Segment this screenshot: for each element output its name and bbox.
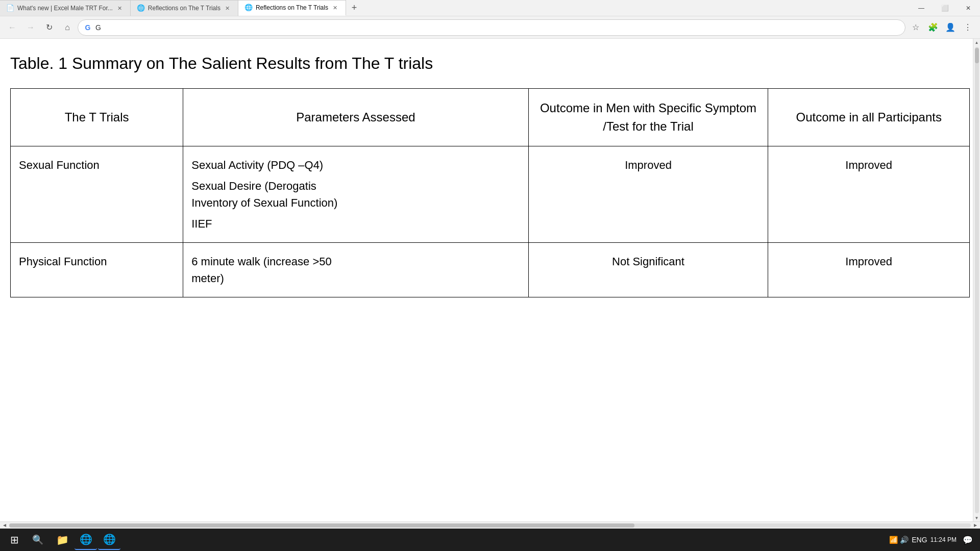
refresh-button[interactable]: ↻ bbox=[41, 19, 57, 36]
scrollbar-track[interactable] bbox=[9, 523, 971, 528]
row2-col3: Not Significant bbox=[528, 243, 768, 297]
menu-button[interactable]: ⋮ bbox=[960, 19, 976, 36]
edge-icon: 🌐 bbox=[80, 533, 92, 545]
row2-col2: 6 minute walk (increase >50 meter) bbox=[183, 243, 528, 297]
tab1-close-button[interactable]: ✕ bbox=[116, 4, 124, 12]
horizontal-scrollbar[interactable]: ◀ ▶ bbox=[0, 521, 980, 529]
taskbar: ⊞ 🔍 📁 🌐 🌐 📶 🔊 ENG 11:24 PM 💬 bbox=[0, 529, 980, 551]
close-button[interactable]: ✕ bbox=[957, 0, 980, 16]
tab1-label: What's new | Excel Male TRT For... bbox=[17, 5, 113, 12]
browser-tab-1[interactable]: 📄 What's new | Excel Male TRT For... ✕ bbox=[0, 0, 131, 16]
row1-col2: Sexual Activity (PDQ –Q4) Sexual Desire … bbox=[183, 146, 528, 243]
col3-header: Outcome in Men with Specific Symptom /Te… bbox=[528, 89, 768, 146]
page-title: Table. 1 Summary on The Salient Results … bbox=[10, 54, 970, 73]
tab3-close-button[interactable]: ✕ bbox=[331, 4, 339, 12]
new-tab-button[interactable]: + bbox=[346, 0, 362, 16]
row1-col2-line2: Sexual Desire (Derogatis bbox=[191, 178, 520, 194]
table-row: Sexual Function Sexual Activity (PDQ –Q4… bbox=[11, 146, 970, 243]
taskbar-app-explorer[interactable]: 📁 bbox=[51, 530, 74, 550]
scroll-right-button[interactable]: ▶ bbox=[972, 522, 979, 529]
browser-tab-2[interactable]: 🌐 Reflections on The T Trials ✕ bbox=[131, 0, 238, 16]
forward-button[interactable]: → bbox=[22, 19, 39, 36]
content-area: ▲ ▼ Table. 1 Summary on The Salient Resu… bbox=[0, 39, 980, 521]
vscroll-track[interactable] bbox=[975, 47, 979, 513]
taskbar-app-chrome[interactable]: 🌐 bbox=[98, 530, 120, 550]
language-indicator[interactable]: ENG bbox=[912, 536, 927, 544]
tab3-label: Reflections on The T Trials bbox=[256, 4, 328, 11]
title-bar: 📄 What's new | Excel Male TRT For... ✕ 🌐… bbox=[0, 0, 980, 16]
extension-puzzle-button[interactable]: 🧩 bbox=[925, 19, 941, 36]
start-button[interactable]: ⊞ bbox=[4, 530, 24, 550]
window-controls: — ⬜ ✕ bbox=[910, 0, 980, 16]
table-header-row: The T Trials Parameters Assessed Outcome… bbox=[11, 89, 970, 146]
taskbar-apps: 📁 🌐 🌐 bbox=[51, 530, 887, 550]
table-row: Physical Function 6 minute walk (increas… bbox=[11, 243, 970, 297]
volume-icon[interactable]: 🔊 bbox=[900, 536, 909, 544]
row2-col1: Physical Function bbox=[11, 243, 183, 297]
tab2-close-button[interactable]: ✕ bbox=[224, 4, 232, 12]
nav-right-icons: ☆ 🧩 👤 ⋮ bbox=[908, 19, 976, 36]
row2-col4: Improved bbox=[768, 243, 970, 297]
nav-bar: ← → ↻ ⌂ G ☆ 🧩 👤 ⋮ bbox=[0, 16, 980, 39]
scrollbar-thumb[interactable] bbox=[9, 523, 634, 528]
col1-header: The T Trials bbox=[11, 89, 183, 146]
col2-header: Parameters Assessed bbox=[183, 89, 528, 146]
address-bar-container: G bbox=[78, 19, 905, 36]
minimize-button[interactable]: — bbox=[910, 0, 933, 16]
address-input[interactable] bbox=[95, 23, 900, 32]
taskbar-right: 📶 🔊 ENG 11:24 PM 💬 bbox=[889, 530, 976, 550]
row1-col2-line3: Inventory of Sexual Function) bbox=[191, 194, 520, 211]
col3-header-text: Outcome in Men with Specific Symptom /Te… bbox=[540, 101, 756, 133]
explorer-icon: 📁 bbox=[56, 534, 69, 546]
row1-col2-line1: Sexual Activity (PDQ –Q4) bbox=[191, 157, 520, 173]
tab1-favicon: 📄 bbox=[6, 4, 14, 12]
chrome-icon: 🌐 bbox=[103, 533, 116, 545]
taskbar-search-button[interactable]: 🔍 bbox=[27, 530, 49, 550]
maximize-button[interactable]: ⬜ bbox=[933, 0, 957, 16]
tab-strip: 📄 What's new | Excel Male TRT For... ✕ 🌐… bbox=[0, 0, 910, 16]
notification-center-button[interactable]: 💬 bbox=[960, 530, 976, 550]
taskbar-time-value: 11:24 PM bbox=[930, 536, 957, 544]
tab3-favicon: 🌐 bbox=[244, 4, 253, 12]
scroll-left-button[interactable]: ◀ bbox=[1, 522, 8, 529]
vertical-scrollbar[interactable]: ▲ ▼ bbox=[973, 39, 980, 521]
back-button[interactable]: ← bbox=[4, 19, 20, 36]
vscroll-thumb[interactable] bbox=[975, 48, 979, 63]
results-table: The T Trials Parameters Assessed Outcome… bbox=[10, 88, 970, 297]
tab2-favicon: 🌐 bbox=[137, 4, 145, 12]
row1-col1: Sexual Function bbox=[11, 146, 183, 243]
row2-col2-line1: 6 minute walk (increase >50 bbox=[191, 253, 520, 270]
home-button[interactable]: ⌂ bbox=[59, 19, 76, 36]
vscroll-up-button[interactable]: ▲ bbox=[973, 39, 981, 46]
row1-col1-text: Sexual Function bbox=[19, 159, 100, 171]
network-icon[interactable]: 📶 bbox=[889, 536, 898, 544]
taskbar-app-edge[interactable]: 🌐 bbox=[75, 530, 97, 550]
col4-header: Outcome in all Participants bbox=[768, 89, 970, 146]
bookmark-star-button[interactable]: ☆ bbox=[908, 19, 924, 36]
row1-col2-line4: IIEF bbox=[191, 215, 520, 232]
row1-col3: Improved bbox=[528, 146, 768, 243]
row2-col2-line2: meter) bbox=[191, 270, 520, 287]
google-g-letter: G bbox=[85, 23, 91, 32]
google-icon: G bbox=[83, 23, 92, 32]
system-tray-icons: 📶 🔊 bbox=[889, 536, 909, 544]
vscroll-down-button[interactable]: ▼ bbox=[973, 514, 981, 521]
taskbar-clock[interactable]: 11:24 PM bbox=[930, 536, 957, 544]
row1-col4: Improved bbox=[768, 146, 970, 243]
browser-tab-3[interactable]: 🌐 Reflections on The T Trials ✕ bbox=[238, 0, 346, 16]
tab2-label: Reflections on The T Trials bbox=[148, 5, 220, 12]
profile-button[interactable]: 👤 bbox=[942, 19, 959, 36]
